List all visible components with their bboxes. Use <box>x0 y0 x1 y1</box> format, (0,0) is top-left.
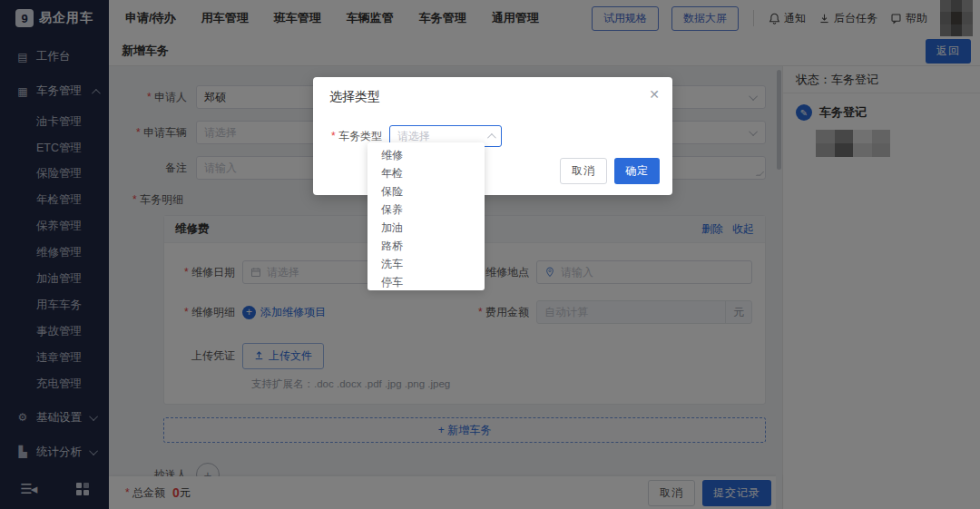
option-toll[interactable]: 路桥 <box>368 237 485 255</box>
option-maintenance[interactable]: 保养 <box>368 201 485 219</box>
option-parking[interactable]: 停车 <box>368 273 485 290</box>
option-carwash[interactable]: 洗车 <box>368 255 485 273</box>
option-insurance[interactable]: 保险 <box>368 182 485 201</box>
modal-footer: 取消 确定 <box>560 158 660 184</box>
app-root: 9 易企用车 申请/待办 用车管理 班车管理 车辆监管 车务管理 通用管理 试用… <box>0 0 980 509</box>
option-inspection[interactable]: 年检 <box>368 164 485 182</box>
modal-cancel-button[interactable]: 取消 <box>560 158 607 184</box>
modal-title: 选择类型 <box>313 77 672 105</box>
option-repair[interactable]: 维修 <box>368 146 485 164</box>
service-type-dropdown: 维修 年检 保险 保养 加油 路桥 洗车 停车 <box>368 142 485 290</box>
modal-confirm-button[interactable]: 确定 <box>614 158 660 184</box>
service-type-placeholder: 请选择 <box>397 129 430 144</box>
service-type-label: 车务类型 <box>329 129 382 144</box>
option-refuel[interactable]: 加油 <box>368 219 485 237</box>
close-icon[interactable]: ✕ <box>649 88 660 101</box>
chevron-up-icon <box>487 130 494 142</box>
